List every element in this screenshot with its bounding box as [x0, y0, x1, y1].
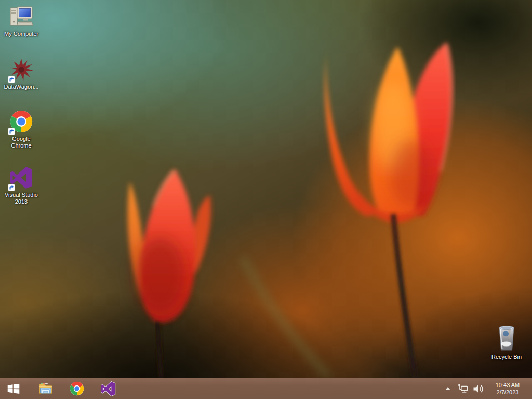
network-icon: [457, 383, 469, 394]
desktop-icon-label: My Computer: [4, 31, 38, 37]
desktop-icon-label: Google Chrome: [3, 136, 40, 149]
wallpaper: [0, 0, 532, 378]
start-button[interactable]: [0, 378, 27, 399]
datawagon-icon: [9, 57, 34, 82]
clock-date: 2/7/2023: [497, 389, 519, 396]
chevron-up-icon: [445, 387, 450, 390]
shortcut-arrow-icon: [8, 128, 15, 135]
taskbar-visual-studio-button[interactable]: [96, 378, 121, 399]
file-explorer-icon: [38, 381, 54, 396]
desktop-icon-my-computer[interactable]: My Computer: [2, 4, 41, 37]
desktop-icon-label: Recycle Bin: [491, 354, 522, 361]
shortcut-arrow-icon: [8, 76, 15, 83]
chrome-icon: [9, 109, 34, 134]
my-computer-icon: [9, 4, 34, 29]
clock-time: 10:43 AM: [496, 381, 520, 389]
taskbar-chrome-button[interactable]: [64, 378, 89, 399]
taskbar-file-explorer-button[interactable]: [33, 378, 58, 399]
recycle-bin-icon: [494, 324, 519, 352]
desktop-icon-visual-studio[interactable]: Visual Studio 2013: [2, 165, 41, 205]
system-tray: 10:43 AM 2/7/2023: [442, 378, 532, 399]
tulip-wallpaper-art: [0, 0, 532, 378]
desktop-icon-label: DataWagon...: [4, 84, 39, 90]
visual-studio-icon: [100, 381, 116, 397]
desktop-icon-google-chrome[interactable]: Google Chrome: [2, 109, 41, 149]
desktop-icon-label: Visual Studio 2013: [3, 192, 40, 205]
speaker-icon: [473, 384, 484, 394]
show-hidden-icons-button[interactable]: [442, 381, 454, 396]
taskbar-empty-area[interactable]: [121, 378, 442, 399]
desktop-icon-recycle-bin[interactable]: Recycle Bin: [487, 324, 526, 361]
shortcut-arrow-icon: [8, 184, 15, 191]
windows-logo-icon: [6, 382, 21, 395]
taskbar: 10:43 AM 2/7/2023: [0, 378, 532, 399]
visual-studio-icon: [9, 165, 34, 190]
chrome-icon: [69, 381, 85, 396]
network-tray-button[interactable]: [457, 381, 469, 396]
desktop[interactable]: My Computer DataWagon...: [0, 0, 532, 399]
desktop-icon-datawagon[interactable]: DataWagon...: [2, 57, 41, 90]
taskbar-clock[interactable]: 10:43 AM 2/7/2023: [487, 378, 528, 399]
volume-tray-button[interactable]: [472, 381, 484, 396]
